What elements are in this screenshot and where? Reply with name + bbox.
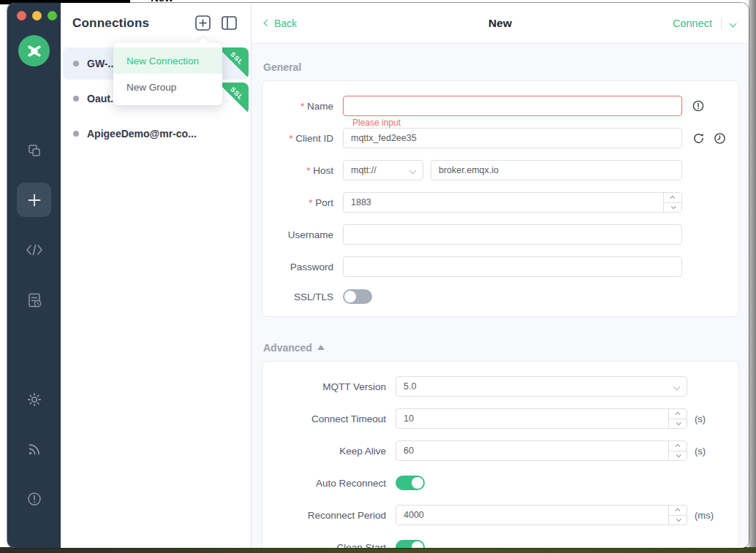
clean-start-toggle[interactable]	[396, 540, 425, 548]
divider	[721, 18, 722, 29]
app-sidebar	[7, 3, 61, 548]
keep-alive-stepper	[668, 441, 687, 460]
minimize-window-button[interactable]	[32, 11, 42, 20]
sidebar-item-broadcast[interactable]	[25, 440, 44, 459]
password-input[interactable]	[343, 256, 682, 277]
log-icon	[26, 291, 43, 309]
username-input[interactable]	[343, 224, 682, 245]
connect-timeout-row: Connect Timeout (s)	[262, 408, 738, 429]
port-input[interactable]	[343, 192, 682, 213]
plus-square-icon	[194, 15, 211, 31]
info-icon	[26, 491, 42, 507]
name-row: Name Please input	[262, 96, 738, 116]
connect-options-button[interactable]	[730, 20, 736, 26]
keep-alive-unit: (s)	[695, 446, 706, 457]
reconnect-period-unit: (ms)	[695, 510, 714, 521]
connection-name: GW-...	[87, 58, 116, 69]
username-row: Username	[262, 224, 738, 245]
panel-layout-icon	[221, 15, 238, 31]
auto-reconnect-toggle[interactable]	[396, 476, 425, 490]
connect-button[interactable]: Connect	[673, 18, 712, 29]
stepper-down-button[interactable]	[669, 451, 687, 461]
collapse-triangle-icon	[317, 345, 325, 350]
host-row: Host mqtt://	[262, 160, 738, 180]
zoom-window-button[interactable]	[48, 11, 57, 20]
port-label: Port	[262, 197, 343, 208]
settings-icon	[26, 392, 42, 408]
connection-name: ApigeeDemo@mr-co...	[87, 128, 197, 140]
plus-icon	[26, 192, 42, 208]
connection-status-dot	[73, 131, 79, 137]
stepper-down-button[interactable]	[669, 516, 687, 525]
history-clock-icon[interactable]	[714, 132, 726, 145]
mqttx-logo	[18, 35, 50, 66]
sidebar-item-connections[interactable]	[25, 141, 44, 160]
chevron-down-icon	[673, 383, 681, 390]
main-area: Back New Connect General Name	[252, 3, 749, 548]
reconnect-period-stepper	[668, 506, 687, 525]
name-input[interactable]	[343, 96, 682, 116]
sidebar-item-log[interactable]	[25, 291, 44, 310]
ssl-tls-toggle[interactable]	[343, 289, 372, 304]
ssl-badge: SSL	[218, 83, 249, 113]
password-row: Password	[262, 256, 738, 277]
panel-title: Connections	[72, 16, 149, 31]
connection-status-dot	[73, 96, 79, 102]
host-input[interactable]	[431, 160, 682, 180]
mqtt-version-row: MQTT Version 5.0	[262, 376, 738, 397]
menu-item-new-group[interactable]: New Group	[113, 74, 222, 100]
sidebar-item-script[interactable]	[25, 240, 44, 259]
clean-start-label: Clean Start	[262, 542, 396, 549]
client-id-input[interactable]	[343, 128, 682, 148]
chevron-down-icon	[730, 20, 737, 28]
stepper-up-button[interactable]	[669, 506, 687, 516]
ssl-tls-row: SSL/TLS	[262, 289, 738, 305]
stepper-down-button[interactable]	[664, 203, 681, 213]
connect-timeout-input[interactable]	[396, 408, 687, 429]
username-label: Username	[262, 229, 343, 240]
section-general: General	[263, 61, 738, 73]
sidebar-item-settings[interactable]	[25, 390, 44, 409]
auto-reconnect-row: Auto Reconnect	[262, 473, 738, 493]
broadcast-icon	[26, 441, 42, 457]
client-id-row: Client ID	[262, 128, 738, 148]
section-advanced[interactable]: Advanced	[263, 342, 738, 354]
port-stepper	[663, 193, 681, 212]
code-icon	[26, 243, 43, 256]
general-card: Name Please input Client ID	[262, 80, 739, 317]
connect-timeout-stepper	[668, 409, 687, 428]
connect-timeout-label: Connect Timeout	[262, 413, 396, 424]
mqtt-version-select[interactable]: 5.0	[396, 376, 687, 397]
password-label: Password	[262, 262, 343, 272]
stepper-up-button[interactable]	[664, 193, 681, 203]
reconnect-period-input[interactable]	[396, 505, 687, 525]
refresh-icon[interactable]	[692, 132, 705, 145]
back-button[interactable]: Back	[265, 18, 297, 29]
advanced-card: MQTT Version 5.0 Connect Timeout	[262, 361, 739, 548]
sidebar-item-about[interactable]	[25, 489, 44, 508]
connect-timeout-unit: (s)	[695, 413, 706, 424]
desktop-bottom-strip	[0, 547, 756, 553]
warning-circle-icon[interactable]	[692, 100, 704, 112]
connections-panel: Connections GW-...	[61, 3, 252, 548]
ssl-badge: SSL	[218, 47, 249, 78]
menu-item-new-connection[interactable]: New Connection	[113, 47, 222, 74]
mqtt-version-label: MQTT Version	[262, 381, 396, 392]
connections-icon	[26, 142, 42, 159]
stepper-up-button[interactable]	[669, 409, 687, 419]
main-header: Back New Connect	[252, 3, 749, 44]
collapse-panel-button[interactable]	[221, 15, 238, 31]
clean-start-row: Clean Start	[262, 537, 738, 548]
mqttx-logo-icon	[25, 42, 44, 61]
new-connection-button[interactable]	[194, 15, 211, 31]
close-window-button[interactable]	[17, 11, 26, 20]
stepper-down-button[interactable]	[669, 419, 687, 429]
connection-item[interactable]: ApigeeDemo@mr-co...	[63, 118, 249, 150]
sidebar-item-new-connection[interactable]	[17, 183, 51, 217]
keep-alive-label: Keep Alive	[262, 446, 396, 457]
reconnect-period-row: Reconnect Period (ms)	[262, 505, 738, 525]
keep-alive-input[interactable]	[396, 441, 687, 461]
protocol-select[interactable]: mqtt://	[343, 160, 423, 180]
stepper-up-button[interactable]	[669, 441, 687, 451]
keep-alive-row: Keep Alive (s)	[262, 441, 738, 461]
